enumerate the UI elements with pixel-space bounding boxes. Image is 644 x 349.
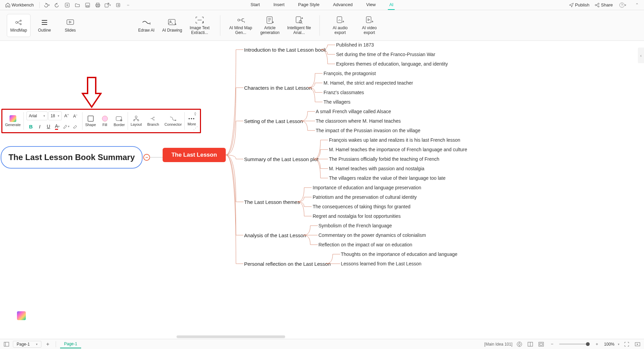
topic-node[interactable]: Characters in the Last Lesson <box>244 85 312 91</box>
leaf-node[interactable]: The classroom where M. Hamel teaches <box>316 118 401 124</box>
image-text-extract-button[interactable]: AI Image Text Extracti... <box>186 14 213 37</box>
font-selector[interactable]: Arial▾ <box>26 111 48 120</box>
leaf-node[interactable]: Lessons learned from the Last Lesson <box>341 261 421 266</box>
border-button[interactable]: Border <box>111 110 128 132</box>
page-tab[interactable]: Page-1 <box>60 340 81 348</box>
compass-button[interactable] <box>516 341 523 348</box>
leaf-node[interactable]: M. Hamel teaches the importance of Frenc… <box>329 147 467 152</box>
pin-button[interactable] <box>193 112 197 116</box>
page-selector[interactable]: Page-1▾ <box>13 341 41 348</box>
fill-button[interactable]: Fill <box>99 110 111 132</box>
fullscreen-button[interactable] <box>623 341 630 348</box>
ai-assistant-badge[interactable] <box>17 311 26 320</box>
highlight-button[interactable]: ▾ <box>62 122 70 130</box>
menu-tab-advanced[interactable]: Advanced <box>332 0 354 10</box>
horizontal-scrollbar[interactable] <box>177 335 285 338</box>
export-button[interactable]: ▾ <box>104 1 112 9</box>
publish-button[interactable]: Publish <box>569 2 590 7</box>
branch-button[interactable]: Branch <box>145 110 162 132</box>
leaf-node[interactable]: The consequences of taking things for gr… <box>313 204 410 209</box>
leaf-node[interactable]: Symbolism of the French language <box>318 223 392 228</box>
article-gen-button[interactable]: AI Article generation <box>256 14 283 37</box>
help-button[interactable]: ?▾ <box>618 1 627 9</box>
save-button[interactable] <box>83 1 92 9</box>
leaf-node[interactable]: M. Hamel teaches with passion and nostal… <box>329 166 424 171</box>
open-button[interactable] <box>73 1 82 9</box>
menu-tab-insert[interactable]: Insert <box>272 0 286 10</box>
leaf-node[interactable]: Importance of education and language pre… <box>313 185 421 190</box>
connector-button[interactable]: Connector <box>162 110 185 132</box>
zoom-knob[interactable] <box>586 342 590 346</box>
resize-handle[interactable]: ⋰ <box>193 125 198 131</box>
collapse-ribbon-button[interactable]: ⌃ <box>632 1 641 9</box>
leaf-node[interactable]: Published in 1873 <box>336 42 374 48</box>
italic-button[interactable]: I <box>36 122 44 130</box>
zoom-out-button[interactable]: − <box>548 341 556 348</box>
leaf-node[interactable]: The villagers <box>324 99 350 105</box>
leaf-node[interactable]: The Prussians officially forbid the teac… <box>329 156 439 162</box>
print-button[interactable] <box>93 1 102 9</box>
outline-panel-button[interactable] <box>3 341 10 348</box>
layout-button[interactable]: Layout <box>128 110 145 132</box>
more-quick-button[interactable]: ═ <box>124 1 133 9</box>
leaf-node[interactable]: François wakes up late and realizes it i… <box>329 137 460 143</box>
file-analysis-button[interactable]: AI Intelligent file Anal... <box>286 14 313 37</box>
leaf-node[interactable]: Thoughts on the importance of education … <box>341 251 457 257</box>
topic-node[interactable]: Introduction to the Last Lesson book <box>244 47 326 53</box>
menu-tab-page-style[interactable]: Page Style <box>297 0 321 10</box>
leaf-node[interactable]: Franz's classmates <box>324 90 364 95</box>
leaf-node[interactable]: A small French village called Alsace <box>316 109 391 114</box>
share-button[interactable]: Share <box>595 2 613 7</box>
fontsize-selector[interactable]: 18▾ <box>48 111 62 120</box>
topic-node[interactable]: Analysis of the Last Lesson <box>244 232 306 238</box>
leaf-node[interactable]: Set during the time of the Franco-Prussi… <box>336 52 435 57</box>
topic-node[interactable]: Summary of the Last Lesson plot <box>244 156 318 162</box>
right-panel-toggle[interactable]: ‹ <box>638 48 644 63</box>
bold-button[interactable]: B <box>27 122 35 130</box>
topic-node[interactable]: Setting of the Last Lesson <box>244 118 303 124</box>
fit-page-button[interactable] <box>537 341 545 348</box>
clear-format-button[interactable] <box>71 122 79 130</box>
menu-tab-ai[interactable]: AI <box>388 0 395 10</box>
increase-font-button[interactable]: A+ <box>62 112 71 120</box>
leaf-node[interactable]: Patriotism and the preservation of cultu… <box>313 194 417 200</box>
workbench-button[interactable]: Workbench <box>3 2 37 7</box>
generate-button[interactable]: Generate <box>2 110 23 132</box>
add-page-button[interactable]: + <box>44 341 52 348</box>
undo-button[interactable]: ▾ <box>42 1 51 9</box>
ai-drawing-button[interactable]: AI AI Drawing <box>160 14 184 37</box>
font-color-button[interactable]: A▾ <box>53 122 61 130</box>
leaf-node[interactable]: Explores themes of education, language, … <box>336 61 448 67</box>
ai-audio-export-button[interactable]: AI AI audio export <box>327 14 354 37</box>
edraw-ai-button[interactable]: AI Edraw AI <box>134 14 158 37</box>
view-outline-button[interactable]: Outline <box>33 14 56 37</box>
underline-button[interactable]: U <box>44 122 53 130</box>
shape-button[interactable]: Shape <box>82 110 99 132</box>
leaf-node[interactable]: Reflection on the impact of war on educa… <box>318 242 412 247</box>
collapse-toggle[interactable]: − <box>143 154 150 161</box>
view-mindmap-button[interactable]: MindMap <box>7 14 31 37</box>
decrease-font-button[interactable]: A− <box>71 112 79 120</box>
leaf-node[interactable]: M. Hamel, the strict and respected teach… <box>324 80 413 86</box>
zoom-slider[interactable] <box>559 344 590 345</box>
ai-video-export-button[interactable]: AI AI video export <box>356 14 383 37</box>
canvas[interactable]: Generate Arial▾ 18▾ A+ A− B I U A▾ ▾ Sha… <box>0 41 644 339</box>
leaf-node[interactable]: The villagers realize the value of their… <box>329 175 445 181</box>
menu-tab-view[interactable]: View <box>365 0 377 10</box>
present-button[interactable] <box>634 341 641 348</box>
leaf-node[interactable]: Commentary on the power dynamics of colo… <box>318 232 426 238</box>
view-slides-button[interactable]: Slides <box>58 14 82 37</box>
share-doc-button[interactable] <box>114 1 123 9</box>
zoom-in-button[interactable]: + <box>593 341 601 348</box>
leaf-node[interactable]: The impact of the Prussian invasion on t… <box>316 128 420 133</box>
menu-tab-start[interactable]: Start <box>249 0 261 10</box>
topic-node[interactable]: Personal reflection on the Last Lesson <box>244 261 331 267</box>
split-view-button[interactable] <box>527 341 534 348</box>
topic-node[interactable]: The Last Lesson themes <box>244 199 300 205</box>
leaf-node[interactable]: Regret and nostalgia for lost opportunit… <box>313 213 401 219</box>
ai-mindmap-gen-button[interactable]: AI AI Mind Map Gen... <box>227 14 254 37</box>
new-button[interactable] <box>63 1 72 9</box>
redo-button[interactable] <box>53 1 61 9</box>
center-node[interactable]: The Last Lesson <box>163 148 226 162</box>
leaf-node[interactable]: François, the protagonist <box>324 71 376 76</box>
